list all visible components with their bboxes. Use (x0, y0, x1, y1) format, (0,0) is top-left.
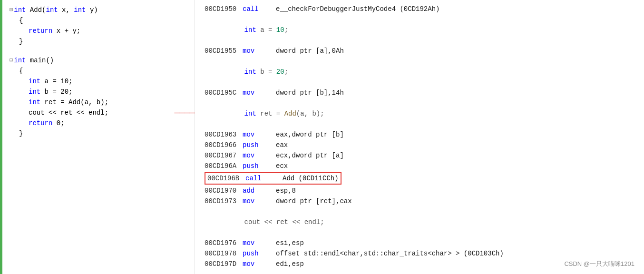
main-open-brace: { (10, 66, 195, 76)
asm-line-00CD195C: 00CD195C mov dword ptr [b],14h (205, 88, 634, 98)
main-return-type: int (14, 55, 26, 66)
main-int-ret: int ret = Add(a, b); ─────→ (10, 97, 195, 108)
return-type-int: int (14, 5, 26, 15)
source-int-b: int b = 20; (205, 56, 634, 88)
left-panel: ⊟ int Add ( int x, int y) { return x + y… (0, 0, 195, 274)
add-return: return x + y; (10, 26, 195, 36)
main-close-brace: } (10, 128, 195, 139)
add-close-brace: } (10, 36, 195, 47)
green-bar (0, 0, 2, 274)
asm-line-00CD196A: 00CD196A push ecx (205, 161, 634, 171)
source-cout: cout << ret << endl; (205, 206, 634, 238)
asm-line-00CD196B-highlighted: 00CD196B call Add (0CD11CCh) (205, 172, 634, 185)
source-int-a: int a = 10; (205, 14, 634, 46)
main-func-signature: ⊟ int main () (10, 55, 195, 66)
func-name-main: main (30, 55, 46, 66)
asm-line-00CD1963: 00CD1963 mov eax,dword ptr [b] (205, 129, 634, 140)
main-function: ⊟ int main () { int a = 10; int b = 20; … (0, 55, 195, 139)
highlight-box: 00CD196B call Add (0CD11CCh) (205, 172, 342, 185)
asm-line-00CD1966: 00CD1966 push eax (205, 140, 634, 150)
asm-line-00CD1967: 00CD1967 mov ecx,dword ptr [a] (205, 150, 634, 161)
add-open-brace: { (10, 15, 195, 26)
watermark: CSDN @一只大喵咪1201 (564, 260, 634, 268)
asm-line-00CD1955: 00CD1955 mov dword ptr [a],0Ah (205, 46, 634, 56)
fold-icon-main[interactable]: ⊟ (10, 55, 13, 66)
main-int-a: int a = 10; (10, 76, 195, 87)
right-panel: 00CD1950 call e__checkForDebuggerJustMyC… (195, 0, 644, 274)
add-function: ⊟ int Add ( int x, int y) { return x + y… (0, 5, 195, 47)
arrow-indicator: ─────→ (133, 98, 205, 129)
asm-line-00CD1950: 00CD1950 call e__checkForDebuggerJustMyC… (205, 4, 634, 14)
asm-line-00CD1973: 00CD1973 mov dword ptr [ret],eax (205, 196, 634, 206)
fold-icon[interactable]: ⊟ (10, 5, 13, 15)
asm-line-00CD1970: 00CD1970 add esp,8 (205, 186, 634, 196)
asm-line-00CD1978: 00CD1978 push offset std::endl<char,std:… (205, 248, 634, 259)
asm-line-00CD1976: 00CD1976 mov esi,esp (205, 238, 634, 248)
source-int-ret: int ret = Add(a, b); (205, 98, 634, 129)
add-func-signature: ⊟ int Add ( int x, int y) (10, 5, 195, 15)
func-name-add: Add (30, 5, 42, 15)
main-int-b: int b = 20; (10, 87, 195, 97)
